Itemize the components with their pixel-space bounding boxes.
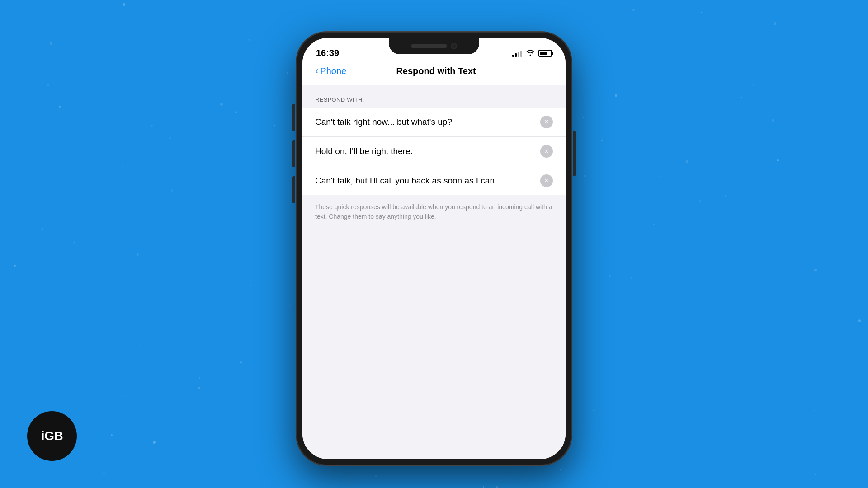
content-area: RESPOND WITH: Can't talk right now... bu…	[302, 85, 566, 459]
phone-frame: 16:39	[296, 32, 572, 465]
response-text-3: Can't talk, but I'll call you back as so…	[315, 175, 540, 187]
status-time: 16:39	[316, 44, 339, 58]
response-text-2: Hold on, I'll be right there.	[315, 146, 540, 157]
wifi-icon	[526, 49, 535, 58]
nav-bar: ‹ Phone Respond with Text	[302, 58, 566, 85]
delete-icon-3: ×	[544, 177, 548, 184]
signal-bar-4	[520, 51, 522, 57]
responses-list: Can't talk right now... but what's up? ×…	[302, 108, 566, 195]
signal-icon	[512, 50, 522, 57]
delete-button-1[interactable]: ×	[540, 116, 553, 128]
section-header: RESPOND WITH:	[302, 85, 566, 108]
back-label: Phone	[320, 66, 346, 76]
back-chevron-icon: ‹	[315, 65, 318, 77]
notch-speaker	[411, 44, 447, 48]
delete-icon-2: ×	[544, 148, 548, 155]
igb-logo: iGB	[27, 411, 77, 461]
back-button[interactable]: ‹ Phone	[315, 66, 346, 77]
response-text-1: Can't talk right now... but what's up?	[315, 117, 540, 128]
footer-note: These quick responses will be available …	[302, 195, 566, 232]
status-bar: 16:39	[302, 38, 566, 58]
delete-icon-1: ×	[544, 118, 548, 126]
list-item: Hold on, I'll be right there. ×	[302, 137, 566, 166]
page-title: Respond with Text	[346, 66, 526, 76]
delete-button-3[interactable]: ×	[540, 174, 553, 187]
status-icons	[512, 45, 552, 58]
signal-bar-1	[512, 55, 514, 57]
list-item: Can't talk, but I'll call you back as so…	[302, 166, 566, 195]
delete-button-2[interactable]: ×	[540, 145, 553, 158]
battery-fill	[540, 52, 547, 55]
list-item: Can't talk right now... but what's up? ×	[302, 108, 566, 137]
signal-bar-3	[518, 52, 519, 57]
igb-logo-text: iGB	[41, 429, 63, 443]
battery-icon	[538, 50, 552, 57]
signal-bar-2	[515, 53, 517, 57]
notch	[389, 38, 479, 54]
phone-screen: 16:39	[302, 38, 566, 459]
phone-wrapper: 16:39	[296, 32, 572, 465]
notch-camera	[451, 43, 457, 49]
battery-body	[538, 50, 552, 57]
